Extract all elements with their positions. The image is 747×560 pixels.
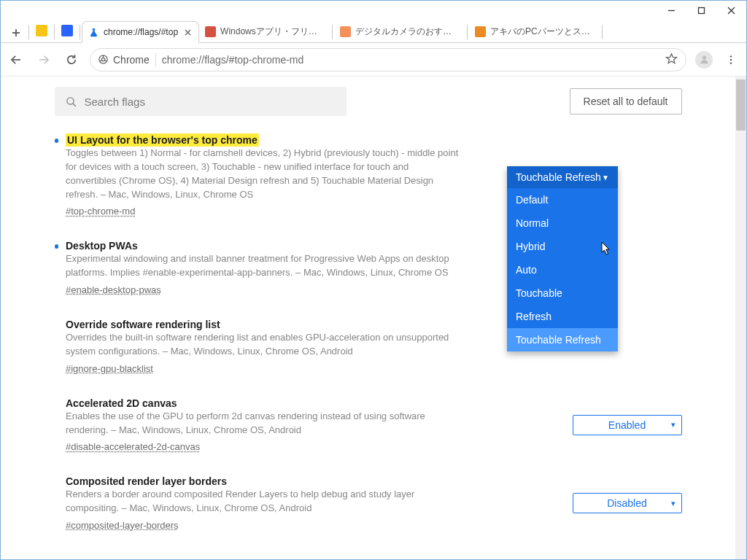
favicon-icon — [36, 25, 47, 36]
svg-marker-15 — [667, 53, 677, 63]
security-chip: Chrome — [98, 54, 150, 66]
tab-title: Windowsアプリ・フリーソフト — [220, 26, 325, 38]
maximize-button[interactable] — [686, 1, 716, 20]
svg-point-16 — [703, 56, 706, 60]
tab-title: chrome://flags/#top — [104, 27, 178, 37]
flag-title: Composited render layer borders — [66, 475, 227, 487]
reload-button[interactable] — [62, 50, 81, 69]
menu-button[interactable] — [721, 50, 740, 69]
omnibox-divider — [155, 53, 156, 66]
forward-button[interactable] — [34, 50, 53, 69]
svg-point-18 — [730, 58, 732, 60]
pinned-tab[interactable] — [31, 21, 53, 40]
tab-separator — [28, 25, 29, 39]
page-content: Search flags Reset all to default UI Lay… — [1, 77, 735, 559]
security-label: Chrome — [113, 54, 150, 66]
scrollbar[interactable] — [735, 77, 746, 559]
favicon-icon — [88, 27, 99, 38]
tab[interactable]: デジタルカメラのおすすめ情報 — [334, 20, 465, 42]
content-area: Search flags Reset all to default UI Lay… — [1, 77, 746, 559]
flag-description: Toggles between 1) Normal - for clamshel… — [66, 147, 460, 201]
svg-point-17 — [730, 55, 732, 57]
flag-select-header[interactable]: Touchable Refresh▼ — [507, 166, 618, 188]
bookmark-star-icon[interactable] — [665, 52, 678, 67]
flag-description: Experimental windowing and install banne… — [66, 252, 460, 280]
flag-anchor-link[interactable]: #disable-accelerated-2d-canvas — [66, 441, 200, 452]
back-button[interactable] — [7, 50, 26, 69]
tab-title: デジタルカメラのおすすめ情報 — [355, 26, 460, 38]
omnibox[interactable]: Chrome chrome://flags/#top-chrome-md — [90, 48, 686, 71]
flag-select-option[interactable]: Touchable — [507, 281, 618, 305]
favicon-icon — [61, 25, 73, 36]
favicon-icon — [205, 26, 216, 37]
flag-select-open[interactable]: Touchable Refresh▼ DefaultNormalHybridAu… — [507, 166, 618, 351]
profile-avatar[interactable] — [695, 51, 713, 69]
svg-line-21 — [72, 103, 75, 106]
bullet-icon — [55, 323, 59, 327]
favicon-icon — [340, 26, 351, 37]
tab-strip: chrome://flags/#topWindowsアプリ・フリーソフトデジタル… — [1, 20, 746, 43]
flag-select-option[interactable]: Default — [507, 188, 618, 211]
flag-select-option[interactable]: Touchable Refresh — [507, 328, 618, 351]
search-placeholder: Search flags — [85, 96, 145, 108]
bullet-icon — [55, 139, 59, 143]
flag-select-option[interactable]: Normal — [507, 211, 618, 235]
flag-select-option[interactable]: Refresh — [507, 305, 618, 328]
chevron-down-icon: ▼ — [602, 174, 609, 182]
close-window-button[interactable] — [716, 1, 746, 20]
pinned-tab[interactable] — [56, 21, 78, 40]
bullet-icon — [55, 480, 59, 484]
window-controls — [1, 1, 746, 20]
flag-title: Accelerated 2D canvas — [66, 397, 177, 409]
toolbar: Chrome chrome://flags/#top-chrome-md — [1, 43, 746, 77]
flag-select[interactable]: Disabled — [573, 493, 682, 513]
flag-title: Desktop PWAs — [66, 240, 138, 252]
search-icon — [65, 96, 77, 108]
reset-all-button[interactable]: Reset all to default — [570, 88, 682, 114]
flag-title: UI Layout for the browser's top chrome — [66, 133, 259, 147]
flag-description: Overrides the built-in software renderin… — [66, 331, 460, 359]
bullet-icon — [55, 244, 59, 249]
svg-point-20 — [66, 97, 73, 104]
tab-title: アキバのPCパーツとスマホの総 — [490, 26, 595, 38]
tab-active[interactable]: chrome://flags/#top — [82, 21, 199, 43]
flag-anchor-link[interactable]: #ignore-gpu-blacklist — [66, 363, 153, 374]
flag-row: Accelerated 2D canvasEnables the use of … — [55, 397, 682, 454]
bullet-icon — [55, 402, 59, 406]
tab[interactable]: アキバのPCパーツとスマホの総 — [469, 20, 600, 42]
svg-line-14 — [104, 61, 107, 62]
flag-select-option[interactable]: Hybrid — [507, 235, 618, 258]
flag-description: Renders a border around composited Rende… — [66, 488, 460, 516]
url-text: chrome://flags/#top-chrome-md — [162, 54, 659, 66]
svg-rect-1 — [699, 8, 705, 14]
svg-line-13 — [100, 61, 102, 62]
flag-select[interactable]: Enabled — [573, 415, 682, 435]
flag-anchor-link[interactable]: #composited-layer-borders — [66, 520, 179, 531]
browser-window: chrome://flags/#topWindowsアプリ・フリーソフトデジタル… — [0, 0, 747, 560]
tab[interactable]: Windowsアプリ・フリーソフト — [199, 20, 330, 42]
favicon-icon — [475, 26, 486, 37]
scrollbar-thumb[interactable] — [736, 79, 746, 131]
new-tab-button[interactable] — [5, 23, 27, 42]
minimize-button[interactable] — [657, 1, 686, 20]
flag-anchor-link[interactable]: #enable-desktop-pwas — [66, 284, 161, 295]
flag-row: Composited render layer bordersRenders a… — [55, 475, 682, 532]
search-flags-input[interactable]: Search flags — [55, 87, 347, 116]
svg-point-19 — [730, 62, 732, 63]
flag-title: Override software rendering list — [66, 319, 220, 330]
chrome-icon — [98, 54, 109, 65]
close-tab-icon[interactable] — [182, 27, 193, 37]
flag-description: Enables the use of the GPU to perform 2d… — [66, 410, 460, 438]
flag-select-option[interactable]: Auto — [507, 258, 618, 281]
flag-anchor-link[interactable]: #top-chrome-md — [66, 206, 135, 217]
